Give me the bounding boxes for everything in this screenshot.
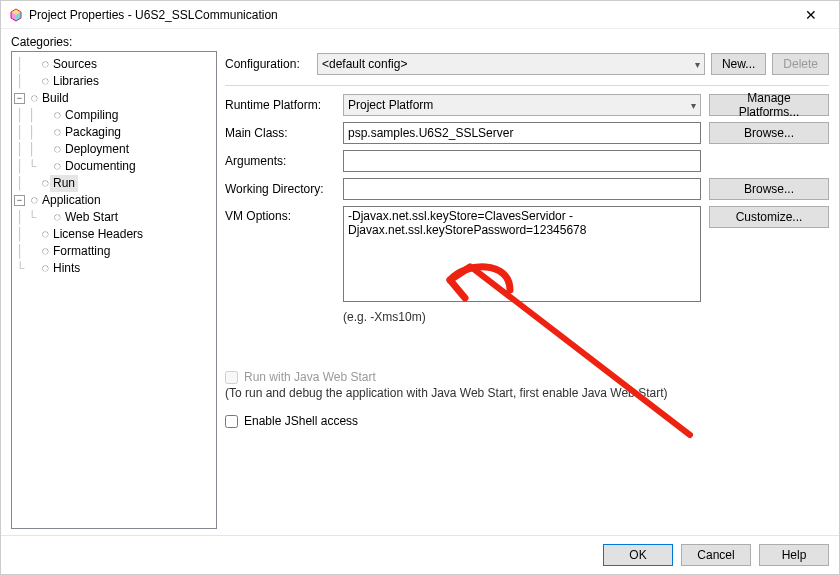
help-button[interactable]: Help xyxy=(759,544,829,566)
project-properties-dialog: Project Properties - U6S2_SSLCommunicati… xyxy=(0,0,840,575)
vm-options-textarea[interactable]: -Djavax.net.ssl.keyStore=ClavesServidor … xyxy=(343,206,701,302)
tree-item-deployment[interactable]: ││◯ Deployment xyxy=(14,141,214,158)
runtime-platform-select[interactable]: Project Platform ▾ xyxy=(343,94,701,116)
tree-item-libraries[interactable]: │◯ Libraries xyxy=(14,73,214,90)
manage-platforms-button[interactable]: Manage Platforms... xyxy=(709,94,829,116)
window-title: Project Properties - U6S2_SSLCommunicati… xyxy=(29,8,278,22)
vm-options-hint: (e.g. -Xms10m) xyxy=(343,310,701,324)
tree-item-hints[interactable]: └◯ Hints xyxy=(14,260,214,277)
tree-item-packaging[interactable]: ││◯ Packaging xyxy=(14,124,214,141)
browse-main-class-button[interactable]: Browse... xyxy=(709,122,829,144)
categories-label: Categories: xyxy=(11,35,829,49)
ok-button[interactable]: OK xyxy=(603,544,673,566)
app-icon xyxy=(9,8,23,22)
enable-jshell-checkbox-row[interactable]: Enable JShell access xyxy=(225,414,829,428)
collapse-icon[interactable]: − xyxy=(14,195,25,206)
run-web-start-checkbox xyxy=(225,371,238,384)
dialog-buttons: OK Cancel Help xyxy=(1,535,839,574)
tree-item-application[interactable]: − ◯ Application xyxy=(14,192,214,209)
chevron-down-icon: ▾ xyxy=(691,100,696,111)
enable-jshell-label: Enable JShell access xyxy=(244,414,358,428)
delete-config-button: Delete xyxy=(772,53,829,75)
separator xyxy=(225,85,829,86)
main-class-label: Main Class: xyxy=(225,126,335,140)
chevron-down-icon: ▾ xyxy=(695,59,700,70)
vm-options-label: VM Options: xyxy=(225,206,335,223)
tree-item-build[interactable]: − ◯ Build xyxy=(14,90,214,107)
tree-item-documenting[interactable]: │└◯ Documenting xyxy=(14,158,214,175)
run-properties-panel: Configuration: <default config> ▾ New...… xyxy=(225,51,829,535)
configuration-select[interactable]: <default config> ▾ xyxy=(317,53,705,75)
arguments-field[interactable] xyxy=(343,150,701,172)
new-config-button[interactable]: New... xyxy=(711,53,766,75)
arguments-label: Arguments: xyxy=(225,154,335,168)
run-web-start-label: Run with Java Web Start xyxy=(244,370,376,384)
enable-jshell-checkbox[interactable] xyxy=(225,415,238,428)
tree-item-web-start[interactable]: │└◯ Web Start xyxy=(14,209,214,226)
main-class-field[interactable]: psp.samples.U6S2_SSLServer xyxy=(343,122,701,144)
run-web-start-hint: (To run and debug the application with J… xyxy=(225,386,829,400)
tree-item-license-headers[interactable]: │◯ License Headers xyxy=(14,226,214,243)
titlebar: Project Properties - U6S2_SSLCommunicati… xyxy=(1,1,839,29)
tree-item-run[interactable]: │◯ Run xyxy=(14,175,214,192)
categories-tree[interactable]: │◯ Sources │◯ Libraries − ◯ Build ││◯ xyxy=(11,51,217,529)
tree-item-formatting[interactable]: │◯ Formatting xyxy=(14,243,214,260)
working-dir-label: Working Directory: xyxy=(225,182,335,196)
browse-working-dir-button[interactable]: Browse... xyxy=(709,178,829,200)
configuration-label: Configuration: xyxy=(225,57,311,71)
tree-item-compiling[interactable]: ││◯ Compiling xyxy=(14,107,214,124)
working-dir-field[interactable] xyxy=(343,178,701,200)
run-web-start-checkbox-row: Run with Java Web Start xyxy=(225,370,829,384)
runtime-platform-label: Runtime Platform: xyxy=(225,98,335,112)
close-button[interactable]: ✕ xyxy=(791,2,831,28)
tree-item-sources[interactable]: │◯ Sources xyxy=(14,56,214,73)
customize-vm-button[interactable]: Customize... xyxy=(709,206,829,228)
collapse-icon[interactable]: − xyxy=(14,93,25,104)
cancel-button[interactable]: Cancel xyxy=(681,544,751,566)
